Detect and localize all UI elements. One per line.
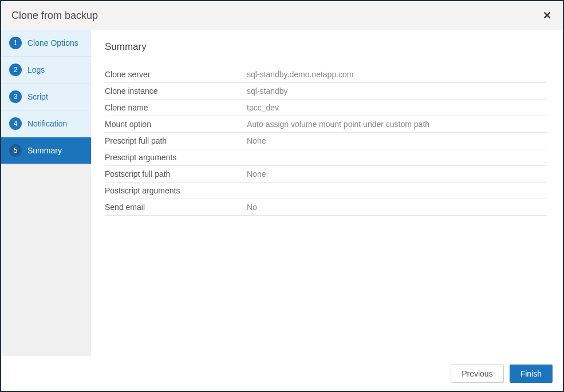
content-title: Summary: [105, 41, 547, 53]
step-number-badge: 5: [9, 144, 22, 157]
summary-value: [247, 153, 547, 162]
step-logs[interactable]: 2 Logs: [1, 57, 91, 84]
step-number-badge: 1: [9, 37, 22, 49]
close-icon[interactable]: ✕: [541, 10, 553, 21]
summary-label: Clone name: [105, 103, 247, 112]
summary-value: sql-standby: [247, 86, 547, 96]
summary-label: Prescript full path: [105, 136, 247, 145]
step-number-badge: 4: [9, 117, 22, 130]
summary-value: [247, 186, 547, 195]
dialog-header: Clone from backup ✕: [1, 1, 563, 30]
summary-row-prescript-args: Prescript arguments: [105, 149, 547, 166]
clone-from-backup-dialog: Clone from backup ✕ 1 Clone Options 2 Lo…: [0, 0, 564, 392]
content-pane: Summary Clone server sql-standby.demo.ne…: [91, 30, 563, 356]
step-number-badge: 2: [9, 64, 22, 76]
summary-value: tpcc_dev: [247, 103, 547, 112]
summary-label: Send email: [105, 203, 247, 212]
step-summary[interactable]: 5 Summary: [1, 137, 91, 164]
step-notification[interactable]: 4 Notification: [1, 110, 91, 137]
summary-row-postscript-path: Postscript full path None: [105, 166, 547, 183]
wizard-sidebar: 1 Clone Options 2 Logs 3 Script 4 Notifi…: [1, 30, 91, 356]
summary-value: None: [247, 169, 547, 179]
step-label: Clone Options: [27, 38, 78, 47]
dialog-footer: Previous Finish: [1, 356, 563, 391]
summary-value: No: [247, 203, 547, 212]
summary-label: Postscript full path: [105, 169, 247, 179]
step-script[interactable]: 3 Script: [1, 84, 91, 110]
step-label: Summary: [27, 146, 62, 155]
summary-value: sql-standby.demo.netapp.com: [247, 70, 547, 79]
dialog-title: Clone from backup: [11, 10, 98, 22]
summary-label: Postscript arguments: [105, 186, 247, 195]
summary-label: Prescript arguments: [105, 153, 247, 162]
summary-table: Clone server sql-standby.demo.netapp.com…: [105, 66, 547, 216]
previous-button[interactable]: Previous: [451, 365, 503, 383]
summary-row-postscript-args: Postscript arguments: [105, 183, 547, 199]
summary-value: None: [247, 136, 547, 145]
step-label: Notification: [27, 119, 67, 128]
summary-label: Clone instance: [105, 86, 247, 96]
summary-value: Auto assign volume mount point under cus…: [247, 120, 547, 129]
summary-row-clone-name: Clone name tpcc_dev: [105, 100, 547, 116]
summary-row-prescript-path: Prescript full path None: [105, 133, 547, 149]
summary-row-clone-instance: Clone instance sql-standby: [105, 83, 547, 100]
step-label: Logs: [27, 65, 45, 74]
step-clone-options[interactable]: 1 Clone Options: [1, 30, 91, 57]
step-number-badge: 3: [9, 90, 22, 103]
step-label: Script: [27, 92, 48, 101]
finish-button[interactable]: Finish: [510, 365, 553, 383]
summary-row-send-email: Send email No: [105, 199, 547, 216]
summary-row-mount-option: Mount option Auto assign volume mount po…: [105, 116, 547, 133]
summary-row-clone-server: Clone server sql-standby.demo.netapp.com: [105, 66, 547, 83]
dialog-body: 1 Clone Options 2 Logs 3 Script 4 Notifi…: [1, 30, 563, 356]
summary-label: Mount option: [105, 120, 247, 129]
summary-label: Clone server: [105, 70, 247, 79]
